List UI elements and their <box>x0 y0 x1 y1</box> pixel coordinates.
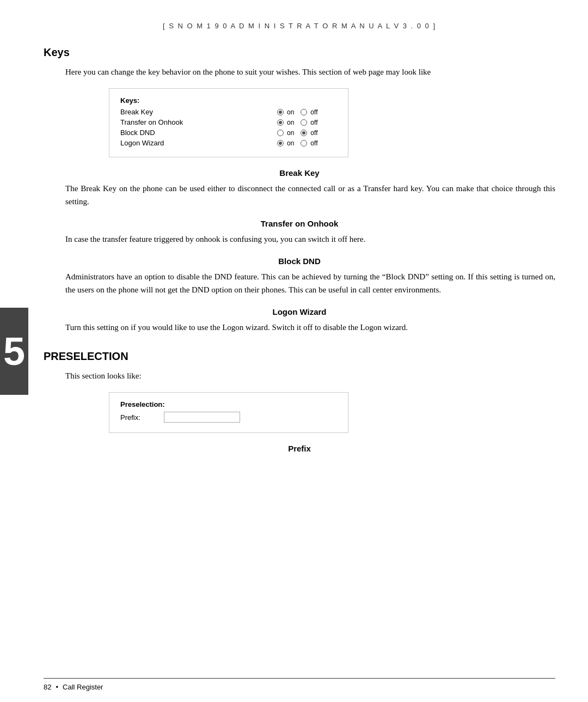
footer-bullet: • <box>56 683 58 691</box>
logon-wizard-options: on off <box>277 139 337 147</box>
preselection-box-title: Preselection: <box>120 400 337 408</box>
break-key-body: The Break Key on the phone can be used e… <box>44 182 555 208</box>
transfer-onhook-on-radio[interactable] <box>277 119 284 126</box>
preselection-box: Preselection: Prefix: <box>109 392 348 433</box>
logon-wizard-on-radio[interactable] <box>277 140 284 146</box>
chapter-tab: 5 <box>0 308 28 395</box>
transfer-onhook-on-label: on <box>287 119 294 126</box>
block-dnd-off-label: off <box>310 129 317 137</box>
block-dnd-options: on off <box>277 129 337 137</box>
preselection-section-title: PRESELECTION <box>44 350 555 363</box>
break-key-on-label: on <box>287 108 294 116</box>
block-dnd-on-radio[interactable] <box>277 130 284 136</box>
break-key-label: Break Key <box>120 108 277 116</box>
table-row: Transfer on Onhook on off <box>120 118 337 126</box>
logon-wizard-body: Turn this setting on if you would like t… <box>44 321 555 334</box>
block-dnd-on-label: on <box>287 129 294 137</box>
logon-wizard-label: Logon Wizard <box>120 139 277 147</box>
table-row: Block DND on off <box>120 129 337 137</box>
logon-wizard-subsection-title: Logon Wizard <box>44 307 555 316</box>
transfer-onhook-off-radio[interactable] <box>301 119 307 126</box>
prefix-row: Prefix: <box>120 412 337 423</box>
keys-box-title: Keys: <box>120 96 337 105</box>
preselection-intro: This section looks like: <box>44 369 555 382</box>
logon-wizard-on-label: on <box>287 139 294 147</box>
page-footer: 82 • Call Register <box>44 678 555 691</box>
page-header: [ S N O M 1 9 0 A D M I N I S T R A T O … <box>44 22 555 30</box>
transfer-onhook-options: on off <box>277 119 337 126</box>
keys-intro: Here you can change the key behavior on … <box>44 65 555 78</box>
logon-wizard-off-radio[interactable] <box>301 140 307 146</box>
block-dnd-body: Administrators have an option to disable… <box>44 270 555 296</box>
chapter-number: 5 <box>3 332 25 371</box>
block-dnd-label: Block DND <box>120 129 277 137</box>
prefix-label: Prefix: <box>120 413 164 422</box>
table-row: Break Key on off <box>120 108 337 116</box>
table-row: Logon Wizard on off <box>120 139 337 147</box>
keys-box: Keys: Break Key on off Transfer on Onhoo… <box>109 88 348 157</box>
break-key-on-radio[interactable] <box>277 109 284 115</box>
transfer-onhook-subsection-title: Transfer on Onhook <box>44 219 555 228</box>
block-dnd-off-radio[interactable] <box>301 130 307 136</box>
keys-section-title: Keys <box>44 46 555 59</box>
transfer-onhook-off-label: off <box>310 119 317 126</box>
footer-page-number: 82 <box>44 683 51 691</box>
prefix-subsection-title: Prefix <box>44 444 555 453</box>
logon-wizard-off-label: off <box>310 139 317 147</box>
break-key-subsection-title: Break Key <box>44 168 555 178</box>
footer-text: Call Register <box>63 683 103 691</box>
prefix-input[interactable] <box>164 412 240 423</box>
transfer-onhook-body: In case the transfer feature triggered b… <box>44 233 555 246</box>
break-key-off-label: off <box>310 108 317 116</box>
break-key-options: on off <box>277 108 337 116</box>
block-dnd-subsection-title: Block DND <box>44 257 555 266</box>
break-key-off-radio[interactable] <box>301 109 307 115</box>
transfer-onhook-label: Transfer on Onhook <box>120 118 277 126</box>
